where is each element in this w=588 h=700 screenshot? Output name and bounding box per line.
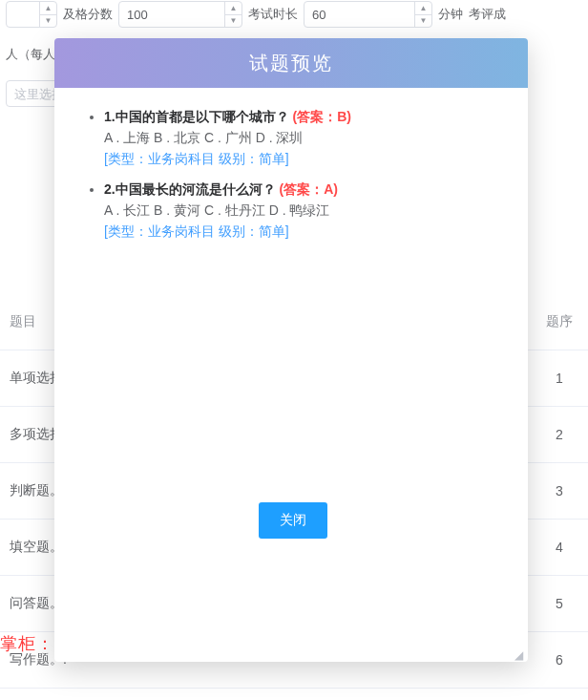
question-item: 2.中国最长的河流是什么河？ (答案：A)A . 长江 B . 黄河 C . 牡… bbox=[104, 181, 499, 241]
question-title: 2.中国最长的河流是什么河？ bbox=[104, 181, 280, 197]
preview-dialog: 试题预览 1.中国的首都是以下哪个城市？ (答案：B)A . 上海 B . 北京… bbox=[54, 38, 528, 662]
question-options: A . 上海 B . 北京 C . 广州 D . 深圳 bbox=[104, 130, 499, 147]
question-meta: [类型：业务岗科目 级别：简单] bbox=[104, 151, 499, 168]
close-button[interactable]: 关闭 bbox=[259, 502, 327, 539]
question-answer: (答案：B) bbox=[293, 109, 351, 124]
question-options: A . 长江 B . 黄河 C . 牡丹江 D . 鸭绿江 bbox=[104, 202, 499, 220]
question-answer: (答案：A) bbox=[280, 181, 338, 197]
dialog-title: 试题预览 bbox=[54, 38, 528, 88]
question-meta: [类型：业务岗科目 级别：简单] bbox=[104, 223, 499, 241]
question-title: 1.中国的首都是以下哪个城市？ bbox=[104, 109, 293, 124]
question-item: 1.中国的首都是以下哪个城市？ (答案：B)A . 上海 B . 北京 C . … bbox=[104, 109, 499, 168]
dialog-body[interactable]: 1.中国的首都是以下哪个城市？ (答案：B)A . 上海 B . 北京 C . … bbox=[54, 88, 528, 662]
